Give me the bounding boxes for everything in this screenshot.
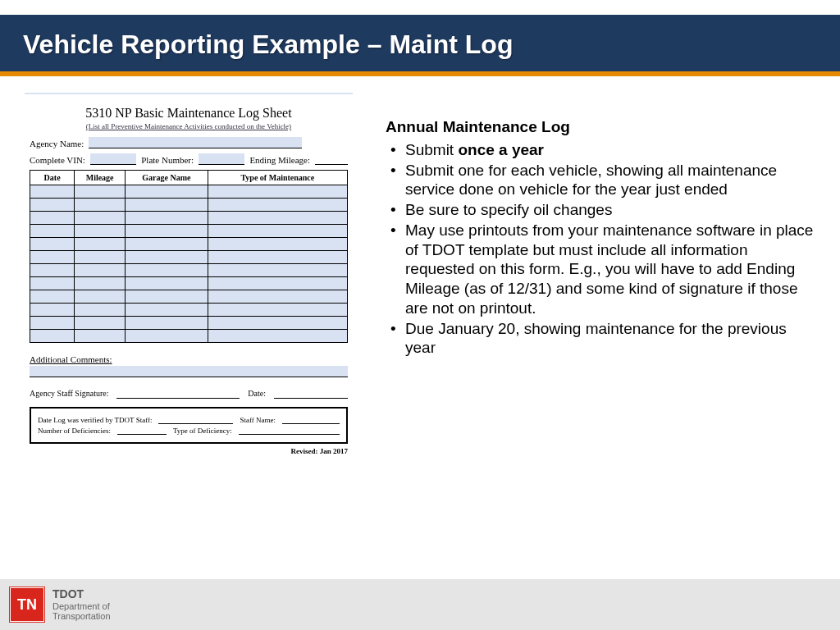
footer: TN TDOT Department of Transportation [0,579,840,630]
slide-header: Vehicle Reporting Example – Maint Log [0,15,840,76]
list-item: May use printouts from your maintenance … [389,221,815,318]
table-row [30,185,348,199]
signature-label: Agency Staff Signature: [30,389,108,399]
table-row [30,304,348,317]
tn-logo: TN [10,587,44,622]
list-item: Be sure to specify oil changes [389,200,815,220]
table-row [30,225,348,238]
list-item: Due January 20, showing maintenance for … [389,319,815,358]
deficiency-type-label: Type of Deficiency: [173,427,232,435]
table-row [30,251,348,264]
table-row [30,290,348,304]
bullet-content: Annual Maintenance Log Submit once a yea… [386,93,815,463]
additional-field [30,366,348,377]
vin-label: Complete VIN: [30,155,85,165]
signature-field [116,389,240,399]
plate-field [199,153,244,165]
verify-staff-label: Staff Name: [240,416,276,424]
mileage-field [315,153,348,165]
col-type: Type of Maintenance [208,171,347,185]
table-row [30,317,348,330]
form-subtitle: (List all Preventive Maintenance Activit… [30,122,348,130]
form-title: 5310 NP Basic Maintenance Log Sheet [30,106,348,121]
col-garage: Garage Name [126,171,208,185]
table-row [30,264,348,277]
date-field [274,389,348,399]
vin-field [90,153,136,165]
list-item: Submit once a year [389,140,815,160]
mileage-label: Ending Mileage: [249,155,310,165]
content-heading: Annual Maintenance Log [386,117,815,137]
table-row [30,330,348,343]
verification-box: Date Log was verified by TDOT Staff: Sta… [30,407,348,444]
revision-date: Revised: Jan 2017 [30,447,348,455]
content-area: 5310 NP Basic Maintenance Log Sheet (Lis… [0,76,840,463]
col-mileage: Mileage [75,171,126,185]
form-preview: 5310 NP Basic Maintenance Log Sheet (Lis… [25,93,353,463]
plate-label: Plate Number: [141,155,194,165]
agency-field [89,137,302,148]
list-item: Submit one for each vehicle, showing all… [389,161,815,200]
page-title: Vehicle Reporting Example – Maint Log [23,30,817,60]
date-label: Date: [248,389,266,399]
table-row [30,238,348,251]
col-date: Date [30,171,75,185]
table-row [30,199,348,212]
department-label: TDOT Department of Transportation [52,588,111,621]
maintenance-table: Date Mileage Garage Name Type of Mainten… [30,170,348,343]
table-row [30,277,348,290]
table-row [30,212,348,225]
deficiency-count-label: Number of Deficiencies: [38,427,111,435]
agency-label: Agency Name: [30,139,84,148]
tdot-label: TDOT [52,588,111,600]
verify-date-label: Date Log was verified by TDOT Staff: [38,416,152,424]
additional-label: Additional Comments: [30,354,348,364]
